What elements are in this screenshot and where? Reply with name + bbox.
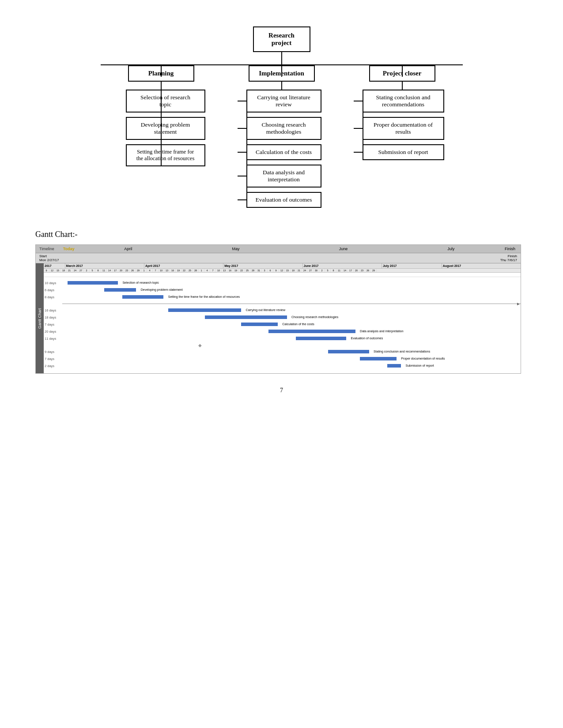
gantt-month-july: July 2017: [382, 263, 442, 268]
gantt-bar-label-literature: Carrying out literature review: [246, 308, 285, 311]
date-25a: 25: [187, 269, 193, 272]
gantt-bar-evaluation: [296, 337, 346, 340]
gantt-row-costs: 7 days Calculation of the costs: [44, 321, 521, 328]
date-14m: 14: [107, 269, 113, 272]
date-25m2: 25: [245, 269, 250, 272]
gantt-finish-label-top: Finish: [505, 247, 515, 251]
gantt-days-costs: 7 days: [45, 323, 63, 326]
gantt-today-label: Today: [63, 247, 75, 251]
gantt-bar-dataanalysis: [268, 330, 355, 333]
gantt-bar-label-evaluation: Evaluation of outcomes: [351, 337, 383, 340]
date-12j: 12: [279, 269, 285, 272]
gantt-june-label: June: [290, 247, 397, 251]
date-15j: 15: [285, 269, 291, 272]
gantt-days-selection: 10 days: [45, 281, 63, 285]
gantt-row-blank2: ►: [44, 300, 521, 307]
gantt-bar-developing: [104, 288, 136, 292]
gantt-bar-label-developing: Developing problem statement: [141, 288, 183, 291]
gantt-bar-literature-container: Carrying out literature review: [63, 308, 520, 312]
impl-child-5: Evaluation of outcomes: [246, 192, 321, 208]
gantt-bar-label-methodologies: Choosing research methodologies: [291, 315, 338, 319]
root-connector-v: [281, 52, 282, 64]
gantt-row-literature: 16 days Carrying out literature review: [44, 307, 521, 314]
gantt-bar-timeframe: [122, 295, 163, 299]
closer-rail: [363, 90, 363, 160]
date-10m2: 10: [216, 269, 222, 272]
date-27j: 27: [308, 269, 314, 272]
date-20jl: 20: [354, 269, 359, 272]
gantt-bar-label-selection: Selection of research topic: [122, 281, 159, 284]
gantt-may-label: May: [182, 247, 290, 251]
implementation-branch: Implementation Carrying out literaturere…: [221, 65, 342, 208]
gantt-row-developing: 6 days Developing problem statement: [44, 286, 521, 293]
impl-child-4-row: Data analysis andinterpretation: [238, 165, 326, 188]
date-7m2: 7: [210, 269, 216, 272]
impl-h5: [238, 199, 246, 200]
date-19m2: 19: [233, 269, 239, 272]
gantt-july-label: July: [397, 247, 505, 251]
gantt-timeline-label: Timeline: [39, 247, 54, 251]
gantt-bar-label-costs: Calculation of the costs: [282, 323, 314, 326]
date-30j: 30: [314, 269, 319, 272]
gantt-days-evaluation: 11 days: [45, 337, 63, 341]
date-24: 24: [72, 269, 78, 272]
gantt-bar-label-timeframe: Setting the time frame for the allocatio…: [168, 295, 240, 298]
date-26jl: 26: [365, 269, 371, 272]
closer-child-3: Submission of report: [363, 144, 444, 160]
closer-h2: [354, 128, 363, 129]
date-28a: 28: [193, 269, 199, 272]
planning-rail: [161, 90, 162, 166]
date-21j: 21: [296, 269, 302, 272]
gantt-title: Gantt Chart:-: [35, 230, 528, 239]
date-10a: 10: [159, 269, 164, 272]
gantt-start-text: StartMon 2/27/17: [39, 254, 59, 262]
gantt-month-march: March 2017: [65, 263, 144, 268]
gantt-bar-documentation-container: Proper documentation of results: [63, 356, 520, 361]
gantt-bar-evaluation-container: Evaluation of outcomes: [63, 336, 520, 341]
gantt-row-selection: 10 days Selection of research topic: [44, 279, 521, 286]
gantt-bar-selection-container: Selection of research topic: [63, 281, 520, 285]
date-7a: 7: [153, 269, 159, 272]
date-17m: 17: [113, 269, 118, 272]
gantt-bar-label-documentation: Proper documentation of results: [401, 357, 445, 360]
gantt-body: Gantt Chart 2017 March 2017 April 2017 M…: [36, 263, 521, 373]
center-drop-v: [281, 64, 282, 77]
date-8m: 8: [95, 269, 101, 272]
date-16m2: 16: [227, 269, 233, 272]
planning-branch: Planning Selection of researchtopic Deve…: [101, 65, 221, 166]
date-1a: 1: [141, 269, 147, 272]
impl-child-1-row: Carrying out literaturereview: [238, 90, 326, 113]
gantt-days-developing: 6 days: [45, 288, 63, 292]
date-11m: 11: [101, 269, 107, 272]
gantt-april-label: April: [75, 247, 182, 251]
org-root-node: Researchproject: [253, 26, 310, 52]
gantt-days-conclusion: 9 days: [45, 350, 63, 354]
date-22a: 22: [181, 269, 187, 272]
date-28m2: 28: [250, 269, 256, 272]
date-15: 15: [55, 269, 61, 272]
gantt-bar-developing-container: Developing problem statement: [63, 288, 520, 292]
date-23jl: 23: [359, 269, 365, 272]
gantt-month-june: June 2017: [303, 263, 382, 268]
date-26m: 26: [130, 269, 136, 272]
date-2jl: 2: [319, 269, 325, 272]
date-13a: 13: [164, 269, 170, 272]
planning-v1: [161, 82, 162, 90]
gantt-bar-documentation: [360, 357, 397, 360]
h-connector-line: [101, 64, 463, 65]
date-13m2: 13: [222, 269, 227, 272]
gantt-row-conclusion: 9 days Stating conclusion and recommenda…: [44, 348, 521, 355]
date-1m2: 1: [199, 269, 204, 272]
impl-child-1: Carrying out literaturereview: [246, 90, 321, 113]
date-18: 18: [61, 269, 67, 272]
gantt-row-timeframe: 8 days Setting the time frame for the al…: [44, 293, 521, 300]
gantt-bar-submission-container: Submission of report: [63, 364, 520, 368]
gantt-days-submission: 2 days: [45, 364, 63, 368]
gantt-bar-selection: [68, 281, 118, 285]
gantt-sidebar-label: Gantt Chart: [36, 263, 44, 373]
gantt-days-documentation: 7 days: [45, 357, 63, 361]
date-24j: 24: [302, 269, 308, 272]
gantt-rows-area: 10 days Selection of research topic 6 da…: [44, 273, 521, 373]
closer-child-1: Stating conclusion andrecommendations: [363, 90, 444, 113]
date-20m: 20: [118, 269, 124, 272]
